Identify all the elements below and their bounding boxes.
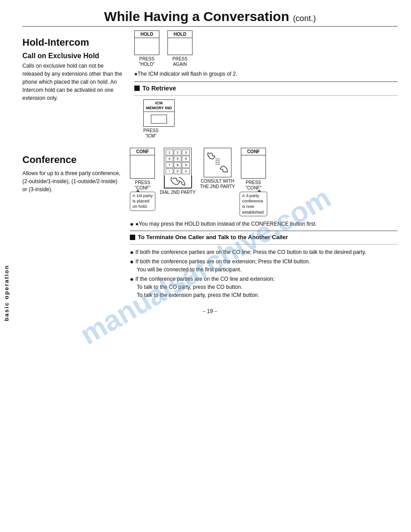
key-6: 6 xyxy=(182,156,189,162)
terminate-divider xyxy=(130,244,398,245)
hold-btn1-diagram: HOLD PRESS "HOLD" xyxy=(134,30,159,67)
key-star: * xyxy=(166,168,173,174)
hold-right-col: HOLD PRESS "HOLD" HOLD PRESS AGAIN xyxy=(134,30,398,143)
dial-2nd-caption: DIAL 2ND PARTY xyxy=(160,190,196,195)
conf-btn1-diagram: CONF PRESS "CONF" A 1st partyis placedon… xyxy=(130,148,155,211)
icm-indicator-note: ●The ICM indicator will flash in groups … xyxy=(134,70,398,78)
page-content: While Having a Conversation (cont.) Hold… xyxy=(0,0,411,324)
conference-heading: Conference xyxy=(22,154,121,166)
retrieve-square-bullet xyxy=(134,86,140,91)
conf-right-col: CONF PRESS "CONF" A 1st partyis placedon… xyxy=(130,148,398,301)
hold-btn1-caption: PRESS "HOLD" xyxy=(139,56,155,67)
hold-note: ● ●You may press the HOLD button instead… xyxy=(130,220,398,228)
conference-section: Conference Allows for up to a three part… xyxy=(22,148,398,301)
hold-left-col: Hold-Intercom Call on Exclusive Hold Cal… xyxy=(22,30,125,143)
icm-caption: PRESS "ICM" xyxy=(143,128,158,139)
key-8: 8 xyxy=(174,162,181,168)
icm-box: ICM MEMORY IND xyxy=(143,99,175,127)
exclusive-hold-body: Calls on exclusive hold can not be relea… xyxy=(22,62,125,102)
conf-btn2-inner xyxy=(241,155,266,179)
retrieve-section: To Retrieve ICM MEMORY IND xyxy=(134,82,398,139)
hold-btn2-diagram: HOLD PRESS AGAIN xyxy=(167,30,193,67)
retrieve-heading: To Retrieve xyxy=(134,85,398,92)
hold-intercom-section: Hold-Intercom Call on Exclusive Hold Cal… xyxy=(22,30,398,143)
terminate-heading: To Terminate One Caller and Talk to the … xyxy=(130,234,398,240)
key-2: 2 xyxy=(174,150,181,155)
handset-icon xyxy=(170,176,186,186)
key-0: 0 xyxy=(174,168,181,174)
keypad-handset xyxy=(164,176,192,188)
exclusive-hold-subheading: Call on Exclusive Hold xyxy=(22,52,125,60)
key-4: 4 xyxy=(166,156,173,162)
hold-btn2-caption: PRESS AGAIN xyxy=(172,56,188,67)
consult-diagram: CONSULT WITH THE 2ND PARTY xyxy=(200,148,235,189)
terminate-bullets: ● If both the conference parties are on … xyxy=(130,248,398,299)
hold-note-bullet: ● xyxy=(130,220,133,228)
dial-2nd-party-diagram: 1 2 3 4 5 6 7 8 9 * 0 # xyxy=(160,148,196,195)
keypad-box: 1 2 3 4 5 6 7 8 9 * 0 # xyxy=(164,148,192,189)
conf-btn1-inner xyxy=(130,155,155,179)
icm-label: ICM MEMORY IND xyxy=(144,100,174,112)
consult-handset-box xyxy=(204,148,231,177)
page-number: －19－ xyxy=(22,308,398,315)
bullet-co-and-extension: ● If the conference parties are on the C… xyxy=(130,275,398,299)
icm-diagram: ICM MEMORY IND PRESS "ICM" xyxy=(143,99,398,139)
conf-btn2-annotation: A 3-partyconferenceis nowestablished. xyxy=(240,192,268,216)
key-hash: # xyxy=(182,168,189,174)
conf-diagrams-row: CONF PRESS "CONF" A 1st partyis placedon… xyxy=(130,148,398,216)
key-5: 5 xyxy=(174,156,181,162)
conf-btn1-annotation: A 1st partyis placedon hold. xyxy=(130,192,155,211)
key-3: 3 xyxy=(182,150,189,155)
key-7: 7 xyxy=(166,162,173,168)
retrieve-divider xyxy=(134,95,398,96)
hold-intercom-heading: Hold-Intercom xyxy=(22,37,125,48)
conf-left-col: Conference Allows for up to a three part… xyxy=(22,148,121,301)
bullet-co-line: ● If both the conference parties are on … xyxy=(130,248,398,256)
key-1: 1 xyxy=(166,150,173,155)
terminate-section: To Terminate One Caller and Talk to the … xyxy=(130,231,398,299)
consult-icon xyxy=(206,150,229,175)
keypad-grid: 1 2 3 4 5 6 7 8 9 * 0 # xyxy=(164,148,191,176)
hold-btn1-inner xyxy=(134,38,159,55)
conference-body: Allows for up to a three party conferenc… xyxy=(22,169,121,193)
bullet-extension: ● If both the conference parties are on … xyxy=(130,257,398,274)
hold-btn2-inner xyxy=(167,38,193,55)
terminate-square-bullet xyxy=(130,235,135,240)
key-9: 9 xyxy=(182,162,189,168)
conf-btn2-diagram: CONF PRESS "CONF" A 3-partyconferenceis … xyxy=(240,148,268,216)
icm-inner xyxy=(144,112,174,126)
icm-inner-box xyxy=(151,115,167,124)
hold-btn-row: HOLD PRESS "HOLD" HOLD PRESS AGAIN xyxy=(134,30,398,67)
consult-caption: CONSULT WITH THE 2ND PARTY xyxy=(200,179,235,189)
page-title: While Having a Conversation (cont.) xyxy=(22,9,398,27)
